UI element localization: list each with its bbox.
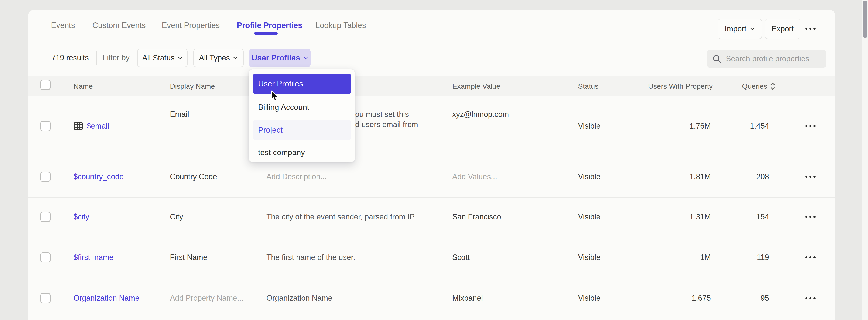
display-name-cell[interactable]: Email — [170, 110, 189, 119]
ellipsis-icon — [805, 256, 807, 258]
dropdown-item-user-profiles[interactable]: User Profiles — [253, 74, 351, 94]
filter-by-label: Filter by — [102, 53, 130, 62]
tab-profile-properties[interactable]: Profile Properties — [237, 21, 302, 30]
status-cell: Visible — [578, 253, 600, 262]
description-cell[interactable]: The first name of the user. — [267, 253, 355, 262]
type-filter-label: All Types — [199, 54, 230, 62]
profile-properties-page: Events Custom Events Event Properties Pr… — [0, 0, 868, 320]
scrollbar-thumb[interactable] — [863, 1, 867, 38]
row-checkbox[interactable] — [40, 252, 51, 262]
dropdown-item-label: User Profiles — [258, 79, 303, 88]
vertical-scrollbar[interactable] — [862, 0, 868, 320]
column-header-status: Status — [578, 82, 598, 91]
dropdown-item-project[interactable]: Project — [253, 120, 351, 140]
dropdown-item-label: Project — [258, 126, 282, 135]
description-cell-line2: d users email from — [355, 120, 418, 129]
status-cell: Visible — [578, 172, 600, 181]
property-name-link[interactable]: $first_name — [73, 253, 114, 262]
import-button[interactable]: Import — [718, 19, 762, 39]
column-header-users-with-property: Users With Property — [648, 82, 713, 91]
more-menu-button[interactable] — [805, 28, 815, 30]
row-more-menu-button[interactable] — [805, 125, 815, 127]
ellipsis-icon — [805, 125, 807, 127]
dropdown-item-test-company[interactable]: test company — [253, 142, 351, 163]
display-name-cell[interactable]: City — [170, 212, 183, 221]
queries-cell: 154 — [756, 212, 769, 221]
description-cell[interactable]: Organization Name — [267, 294, 332, 303]
queries-cell: 95 — [761, 294, 769, 303]
profile-type-filter-label: User Profiles — [251, 54, 300, 62]
status-filter-label: All Status — [142, 54, 175, 62]
property-name-link[interactable]: Organization Name — [73, 294, 140, 303]
description-cell[interactable]: The city of the event sender, parsed fro… — [267, 212, 416, 221]
search-input[interactable] — [725, 54, 815, 64]
results-count: 719 results — [52, 53, 89, 62]
sort-up-down-icon[interactable] — [770, 82, 775, 91]
chevron-down-icon — [749, 26, 755, 32]
column-header-example-value: Example Value — [452, 82, 500, 91]
tab-lookup-tables[interactable]: Lookup Tables — [315, 21, 366, 30]
chevron-down-icon — [178, 56, 183, 61]
description-cell[interactable]: Add Description... — [267, 172, 327, 181]
chevron-down-icon — [233, 56, 238, 61]
example-value-cell[interactable]: Add Values... — [452, 172, 497, 181]
queries-cell: 208 — [756, 172, 769, 181]
dropdown-item-label: Billing Account — [258, 103, 309, 112]
display-name-cell[interactable]: Country Code — [170, 172, 217, 181]
row-checkbox[interactable] — [40, 212, 51, 222]
status-cell: Visible — [578, 121, 600, 131]
row-checkbox[interactable] — [40, 172, 51, 182]
search-icon — [712, 54, 722, 64]
chevron-down-icon — [303, 56, 308, 61]
row-more-menu-button[interactable] — [805, 297, 815, 299]
users-with-property-cell: 1M — [700, 253, 711, 262]
tab-custom-events[interactable]: Custom Events — [92, 21, 146, 30]
row-checkbox[interactable] — [40, 293, 51, 303]
queries-header-label: Queries — [742, 82, 767, 91]
ellipsis-icon — [805, 176, 807, 178]
ellipsis-icon — [805, 297, 807, 299]
property-name-link[interactable]: $email — [87, 121, 109, 131]
export-button[interactable]: Export — [765, 19, 801, 39]
example-value-cell[interactable]: Scott — [452, 253, 470, 262]
example-value-cell[interactable]: Mixpanel — [452, 294, 483, 303]
ellipsis-icon — [805, 216, 807, 218]
mouse-cursor — [271, 90, 279, 102]
status-filter-dropdown[interactable]: All Status — [137, 49, 188, 67]
ellipsis-icon — [805, 28, 807, 30]
export-button-label: Export — [772, 25, 794, 33]
row-more-menu-button[interactable] — [805, 176, 815, 178]
row-more-menu-button[interactable] — [805, 216, 815, 218]
users-with-property-cell: 1.31M — [689, 212, 711, 221]
content-card: Events Custom Events Event Properties Pr… — [28, 10, 835, 320]
table-header-row — [28, 76, 835, 96]
users-with-property-cell: 1.81M — [689, 172, 711, 181]
display-name-cell[interactable]: Add Property Name... — [170, 294, 243, 303]
description-cell-line1: ou must set this — [355, 110, 409, 119]
queries-cell: 119 — [757, 253, 769, 262]
users-with-property-cell: 1.76M — [689, 121, 711, 131]
profile-type-filter-dropdown[interactable]: User Profiles — [249, 49, 311, 67]
row-checkbox[interactable] — [40, 121, 51, 131]
property-name-link[interactable]: $city — [73, 212, 89, 221]
row-divider — [28, 163, 835, 163]
status-cell: Visible — [578, 294, 600, 303]
search-box[interactable] — [707, 50, 826, 68]
row-more-menu-button[interactable] — [805, 256, 815, 258]
display-name-cell[interactable]: First Name — [170, 253, 207, 262]
type-filter-dropdown[interactable]: All Types — [193, 49, 244, 67]
import-button-label: Import — [724, 25, 746, 33]
property-name-link[interactable]: $country_code — [73, 172, 124, 181]
row-divider — [28, 197, 835, 198]
active-tab-underline — [254, 32, 278, 35]
column-header-queries[interactable]: Queries — [742, 82, 775, 91]
tab-events[interactable]: Events — [51, 21, 75, 30]
dropdown-item-billing-account[interactable]: Billing Account — [253, 97, 351, 117]
vertical-divider — [96, 51, 97, 65]
example-value-cell[interactable]: xyz@lmnop.com — [452, 110, 509, 119]
column-header-name: Name — [73, 82, 93, 91]
example-value-cell[interactable]: San Francisco — [452, 212, 501, 221]
column-header-display-name: Display Name — [170, 82, 215, 91]
tab-event-properties[interactable]: Event Properties — [162, 21, 220, 30]
select-all-checkbox[interactable] — [40, 80, 51, 90]
